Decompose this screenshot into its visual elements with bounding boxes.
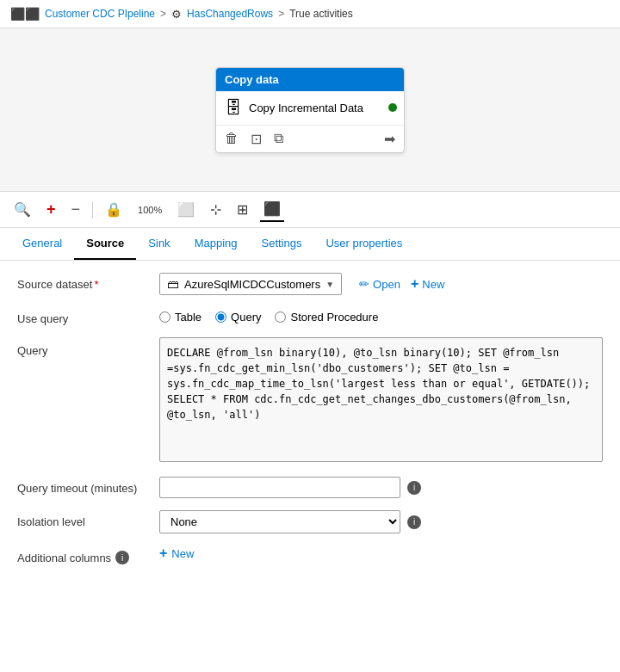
plus-icon: + <box>411 276 418 292</box>
remove-btn[interactable]: − <box>68 197 84 222</box>
navigate-icon[interactable]: ➡ <box>384 131 395 147</box>
breadcrumb-sep1: > <box>160 8 166 20</box>
radio-table-label: Table <box>175 311 202 324</box>
source-dataset-label: Source dataset* <box>17 273 151 291</box>
lock-btn[interactable]: 🔒 <box>102 198 126 221</box>
use-query-control: Table Query Stored Procedure <box>159 307 603 324</box>
additional-columns-label: Additional columns i <box>17 546 151 564</box>
dataset-value: AzureSqlMICDCCustomers <box>184 278 320 291</box>
activity-label: Copy Incremental Data <box>249 102 363 114</box>
isolation-level-row: Isolation level None ReadCommitted ReadU… <box>17 510 603 533</box>
tab-sink[interactable]: Sink <box>136 228 182 260</box>
tabs-bar: General Source Sink Mapping Settings Use… <box>0 228 620 261</box>
dataset-icon: 🗃 <box>167 277 179 291</box>
radio-query-input[interactable] <box>215 311 226 323</box>
tab-source[interactable]: Source <box>74 228 136 260</box>
dataset-actions: ✏ Open + New <box>359 276 444 292</box>
canvas-area: Copy data 🗄 Copy Incremental Data 🗑 ⊡ ⧉ … <box>0 28 620 192</box>
fit-btn[interactable]: ⬜ <box>174 198 198 221</box>
isolation-level-info-icon[interactable]: i <box>407 515 421 529</box>
card-header: Copy data <box>216 68 404 91</box>
additional-columns-control: + New <box>159 546 603 561</box>
isolation-level-control: None ReadCommitted ReadUncommitted Repea… <box>159 510 603 533</box>
radio-query-label: Query <box>231 311 261 324</box>
radio-table-input[interactable] <box>159 311 170 323</box>
pipeline-link[interactable]: Customer CDC PIpeline <box>45 8 155 20</box>
open-dataset-button[interactable]: ✏ Open <box>359 277 400 291</box>
additional-columns-info-icon[interactable]: i <box>115 551 129 564</box>
activity-icon: ⚙ <box>171 8 182 21</box>
add-btn-toolbar[interactable]: + <box>43 197 59 222</box>
new-dataset-button[interactable]: + New <box>411 276 444 292</box>
edit-icon: ✏ <box>359 277 369 291</box>
tab-general[interactable]: General <box>10 228 74 260</box>
query-timeout-label: Query timeout (minutes) <box>17 477 151 495</box>
source-dataset-dropdown[interactable]: 🗃 AzureSqlMICDCCustomers ▼ <box>159 273 342 295</box>
use-query-row: Use query Table Query Stored Procedure <box>17 307 603 325</box>
isolation-level-select[interactable]: None ReadCommitted ReadUncommitted Repea… <box>160 511 400 533</box>
radio-storedproc[interactable]: Stored Procedure <box>275 311 378 324</box>
tab-user-properties[interactable]: User properties <box>313 228 414 260</box>
status-dot <box>388 103 397 112</box>
select-btn[interactable]: ⊹ <box>207 198 225 221</box>
query-label: Query <box>17 337 151 357</box>
radio-storedproc-label: Stored Procedure <box>290 311 378 324</box>
search-btn[interactable]: 🔍 <box>10 198 34 221</box>
radio-storedproc-input[interactable] <box>275 311 286 323</box>
toolbar: 🔍 + − 🔒 100% ⬜ ⊹ ⊞ ⬛ <box>0 192 620 228</box>
radio-table[interactable]: Table <box>159 311 202 324</box>
activity-card: Copy data 🗄 Copy Incremental Data 🗑 ⊡ ⧉ … <box>215 67 405 153</box>
add-new-plus-icon: + <box>159 546 167 561</box>
layout-btn[interactable]: ⊞ <box>233 198 251 221</box>
source-dataset-row: Source dataset* 🗃 AzureSqlMICDCCustomers… <box>17 273 603 295</box>
query-timeout-info-icon[interactable]: i <box>407 481 421 495</box>
query-timeout-row: Query timeout (minutes) i <box>17 477 603 498</box>
activity-db-icon: 🗄 <box>225 98 242 118</box>
toolbar-divider1 <box>92 201 93 219</box>
query-textarea[interactable]: DECLARE @from_lsn binary(10), @to_lsn bi… <box>159 337 603 462</box>
isolation-level-dropdown[interactable]: None ReadCommitted ReadUncommitted Repea… <box>159 510 400 533</box>
card-body: 🗄 Copy Incremental Data <box>216 91 404 126</box>
pipeline-icon: ⬛⬛ <box>10 7 40 21</box>
tab-mapping[interactable]: Mapping <box>183 228 250 260</box>
delete-icon[interactable]: 🗑 <box>225 131 239 146</box>
debug-btn[interactable]: ⬛ <box>260 197 284 222</box>
query-row: Query DECLARE @from_lsn binary(10), @to_… <box>17 337 603 465</box>
card-footer[interactable]: 🗑 ⊡ ⧉ ➡ <box>216 126 404 152</box>
copy-icon[interactable]: ⧉ <box>274 131 283 146</box>
breadcrumb: ⬛⬛ Customer CDC PIpeline > ⚙ HasChangedR… <box>0 0 620 28</box>
config-icon[interactable]: ⊡ <box>251 131 262 147</box>
query-control: DECLARE @from_lsn binary(10), @to_lsn bi… <box>159 337 603 465</box>
isolation-level-label: Isolation level <box>17 510 151 528</box>
use-query-label: Use query <box>17 307 151 325</box>
radio-query[interactable]: Query <box>215 311 261 324</box>
query-timeout-control: i <box>159 477 603 498</box>
dropdown-chevron-icon: ▼ <box>326 280 334 289</box>
zoom-btn[interactable]: 100% <box>134 201 165 219</box>
query-timeout-input[interactable] <box>159 477 400 498</box>
activity-link[interactable]: HasChangedRows <box>187 8 273 20</box>
breadcrumb-sep2: > <box>278 8 284 20</box>
additional-columns-row: Additional columns i + New <box>17 546 603 564</box>
tab-settings[interactable]: Settings <box>250 228 314 260</box>
add-new-column-button[interactable]: + New <box>159 546 194 561</box>
breadcrumb-current: True activities <box>289 8 353 20</box>
form-area: Source dataset* 🗃 AzureSqlMICDCCustomers… <box>0 261 620 576</box>
source-dataset-control: 🗃 AzureSqlMICDCCustomers ▼ ✏ Open + New <box>159 273 603 295</box>
